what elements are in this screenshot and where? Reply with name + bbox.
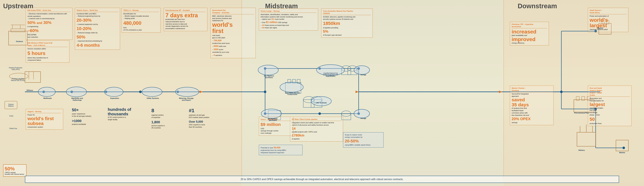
utility-label: Utility Systems — [144, 97, 162, 99]
svg-point-89 — [354, 66, 370, 74]
svg-point-82 — [142, 87, 162, 97]
hundreds-box: hundreds ofthousands of I/O control poin… — [106, 106, 145, 122]
svg-point-26 — [358, 67, 360, 70]
bottom-banner-text: 20 to 30% CAPEX and OPEX savings achieva… — [240, 178, 404, 181]
svg-rect-42 — [8, 31, 27, 45]
capex-savings: 50% CAPEX savingspossible with subsea fa… — [3, 164, 26, 177]
svg-marker-41 — [499, 91, 502, 93]
aagard-title: Aagard – Norway — [28, 110, 62, 113]
svg-point-56 — [303, 97, 314, 103]
years-num: 50+ — [72, 107, 100, 113]
regional-box: 8 regional centersof expertise 1,800 ser… — [150, 106, 181, 130]
svg-point-58 — [311, 97, 322, 103]
qld-first: world'sfirst — [212, 22, 254, 34]
aagard-subsea: world's firstsubsea — [28, 116, 62, 126]
plek-label: PLEK — [9, 115, 14, 117]
petro-days: 7 days extra — [166, 12, 206, 18]
svg-rect-73 — [582, 97, 585, 100]
dow-title: Dow and SaudiAramco Sadaraproject – Saud… — [590, 87, 630, 97]
scope-pct: 20-50% — [345, 138, 382, 144]
svg-point-79 — [38, 87, 55, 97]
scope-box: Scope to reduce motorenergy consumption … — [343, 132, 384, 148]
svg-point-85 — [280, 82, 303, 92]
offshore-label: Offshore — [26, 89, 33, 91]
bp-box: BP Baku-Tblisi-Ceyhan pipeline Integrate… — [290, 117, 343, 142]
wacker-title: Wacker Chemie –Germany — [512, 87, 552, 92]
eni-pct2: –60% — [28, 28, 71, 34]
bottom-banner: 20 to 30% CAPEX and OPEX savings achieva… — [25, 176, 619, 183]
wacker-saved: saved35 days — [512, 97, 552, 107]
statoil-pct2: 10-20% — [76, 26, 118, 32]
years-exp-box: 50+ years' experiencein the oil and gas … — [70, 106, 101, 127]
svg-point-22 — [264, 67, 266, 70]
svg-point-10 — [176, 91, 179, 93]
svg-point-23 — [264, 112, 266, 115]
subsea-label: SubseaStations — [3, 104, 19, 107]
bw-hours: 5 hours — [28, 50, 68, 57]
saipil-title: Saipil Saiocet –South Africa — [590, 9, 627, 14]
separation-label: Separation — [108, 97, 121, 99]
experts-num: Over 5,000 — [189, 120, 203, 123]
svg-point-90 — [354, 109, 370, 118]
petro-title: PetroAmazonas EP – Ecuador — [166, 9, 206, 12]
troll-box: TROLL A – Norway Electrification for Wor… — [122, 8, 160, 32]
wacker-box: Wacker Chemie –Germany ServicePort integ… — [510, 86, 554, 125]
svg-point-63 — [348, 66, 357, 71]
svg-rect-67 — [577, 132, 596, 146]
dcs-num: #1 — [189, 107, 221, 114]
svg-point-84 — [258, 65, 278, 75]
svg-rect-72 — [576, 97, 579, 100]
capex-pct: 50% — [5, 166, 25, 172]
svg-point-38 — [622, 147, 625, 149]
aagard-box: Aagard – Norway Power for world's firsts… — [26, 109, 63, 130]
svg-point-25 — [318, 112, 321, 115]
gas-plants-label: Gas Plants and GasCompression — [282, 92, 302, 95]
svg-point-35 — [560, 91, 562, 93]
svg-point-21 — [264, 91, 266, 93]
projects-num: >1000 — [72, 119, 100, 123]
saipil-box: Saipil Saiocet –South Africa Power and a… — [588, 8, 628, 32]
troll-tons: 480,000 — [123, 20, 159, 26]
bp-parallel: 14 — [292, 126, 341, 131]
svg-rect-47 — [25, 72, 40, 82]
svg-rect-55 — [297, 79, 300, 83]
dow-largest: largest — [590, 102, 630, 107]
gasco-savings: $9 million — [260, 122, 292, 128]
petrobras-improved: improved — [512, 37, 547, 42]
bw-box: BW Offshore FPSO Yuum K'ak'Naab – Gulf o… — [26, 40, 70, 63]
svg-rect-43 — [11, 29, 25, 32]
petrochemical-label: Petrochemical Plant — [571, 112, 592, 114]
qld-title: Queensland GasCompany – Australia — [212, 9, 254, 14]
bp-title: BP Baku-Tblisi-Ceyhan pipeline — [292, 118, 341, 121]
svg-point-8 — [105, 91, 107, 93]
potential-box: Potential to save 50,000engineering hour… — [259, 145, 302, 155]
trans-title: Trans-Anatolian Natural Gas Pipeline(TAN… — [323, 10, 371, 15]
svg-point-27 — [358, 112, 360, 115]
regional-num: 8 — [152, 107, 179, 114]
dow-box: Dow and SaudiAramco Sadaraproject – Saud… — [588, 86, 632, 126]
eni-box: ENI Goliat FPSO – Arctic Sea Electrical,… — [26, 8, 72, 40]
petrobras-box: Petrobras YPF – ArgentinaServicePort inc… — [510, 22, 549, 45]
svg-marker-40 — [356, 91, 359, 93]
main-container: Upstream Midstream Downstream ENI Goliat… — [0, 0, 644, 186]
trans-km: 1850km — [323, 20, 371, 27]
manifolds-label: Manifolds andGatherings — [68, 97, 86, 101]
petro-box: PetroAmazonas EP – Ecuador 7 days extra … — [164, 8, 208, 31]
drilled-label: Drilled Gas — [9, 128, 17, 129]
svg-marker-39 — [200, 91, 203, 93]
bp-km: 1780km — [292, 133, 341, 138]
refinery-label: Refinery — [574, 149, 590, 151]
statoil-box: Statoil, Grane – North Sea Combined MAC … — [75, 8, 120, 50]
statoil-pct1: 20-30% — [76, 17, 118, 23]
svg-point-24 — [318, 67, 321, 70]
svg-rect-54 — [292, 79, 296, 83]
svg-point-86 — [311, 97, 331, 106]
dcs-box: #1 upstream oil and gasDCS market share … — [187, 106, 223, 130]
storage-top-label: Storage — [357, 74, 370, 76]
svg-point-80 — [66, 87, 86, 97]
ormen-title: Ormen Lange – Norway — [260, 10, 316, 13]
service-num: 1,800 — [152, 120, 160, 124]
lng-terminals-label: LNG Terminals — [312, 102, 330, 104]
downstream-header: Downstream — [518, 2, 557, 10]
svg-point-6 — [42, 91, 45, 93]
